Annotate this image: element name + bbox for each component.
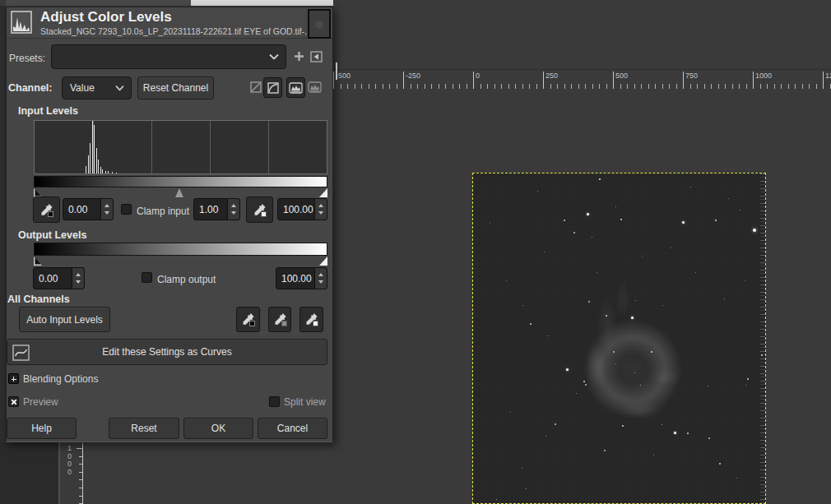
spin-up-icon[interactable] (318, 273, 323, 276)
star (634, 372, 635, 373)
reset-channel-button[interactable]: Reset Channel (137, 76, 214, 99)
input-gamma-spinner[interactable]: 1.00 (193, 198, 240, 220)
spinner-arrows[interactable] (314, 199, 327, 220)
cancel-button[interactable]: Cancel (258, 418, 327, 439)
output-black-value: 0.00 (39, 273, 58, 284)
all-pick-white-button[interactable] (299, 307, 323, 332)
star (496, 499, 497, 500)
spin-down-icon[interactable] (76, 280, 81, 284)
dialog-header-button-glyph (315, 21, 323, 29)
spin-down-icon[interactable] (104, 211, 109, 215)
star (640, 385, 641, 386)
star (526, 488, 527, 489)
input-gradient-bar (34, 176, 327, 187)
input-histogram (34, 120, 327, 174)
input-gamma-value: 1.00 (199, 204, 218, 215)
linear-histogram-icon[interactable] (250, 81, 262, 93)
preview-checkbox[interactable] (8, 396, 19, 407)
star (613, 351, 615, 353)
star (662, 424, 662, 425)
spin-down-icon[interactable] (318, 280, 323, 284)
ruler-position-marker (336, 62, 337, 80)
star (653, 455, 654, 455)
canvas-image[interactable] (472, 173, 766, 504)
star (604, 450, 606, 451)
input-white-point-slider[interactable] (319, 188, 327, 197)
spin-up-icon[interactable] (318, 204, 323, 207)
star (662, 305, 663, 306)
clamp-input-checkbox[interactable] (121, 204, 132, 215)
star (642, 256, 643, 257)
dialog-header[interactable]: Adjust Color Levels Stacked_NGC 7293_10.… (7, 7, 332, 39)
log-histogram-button[interactable] (263, 77, 282, 98)
output-black-spinner[interactable]: 0.00 (33, 267, 85, 289)
background-strip (6, 0, 191, 6)
curves-icon (12, 344, 30, 363)
eyedropper-white-icon (252, 202, 267, 218)
pick-black-point-button[interactable] (33, 197, 60, 223)
star (573, 232, 575, 234)
spinner-arrows[interactable] (100, 199, 113, 220)
ruler-label: 125 (825, 72, 831, 80)
vertical-ruler[interactable]: 1000 (62, 443, 83, 504)
preset-menu-icon[interactable] (310, 51, 323, 62)
spinner-arrows[interactable] (227, 199, 239, 220)
star (736, 478, 737, 479)
dialog-header-button[interactable] (308, 9, 331, 39)
split-view-checkbox[interactable] (269, 396, 280, 407)
all-pick-gray-button[interactable] (268, 307, 291, 332)
all-pick-black-button[interactable] (236, 307, 260, 332)
star (506, 280, 507, 281)
spinner-arrows[interactable] (314, 268, 327, 289)
output-white-spinner[interactable]: 100.00 (276, 267, 327, 289)
spin-down-icon[interactable] (318, 211, 323, 215)
edit-as-curves-button[interactable]: Edit these Settings as Curves (7, 339, 327, 365)
histogram-scale-button[interactable] (286, 77, 305, 98)
star (635, 300, 636, 301)
blending-options-label[interactable]: Blending Options (23, 373, 98, 385)
star (719, 463, 721, 465)
presets-dropdown[interactable] (51, 44, 286, 69)
star (544, 252, 545, 252)
all-channels-header: All Channels (7, 294, 70, 305)
star (564, 220, 565, 221)
spin-up-icon[interactable] (104, 204, 109, 207)
auto-input-levels-button[interactable]: Auto Input Levels (19, 307, 110, 332)
input-white-value: 100.00 (283, 204, 313, 215)
star (510, 412, 511, 413)
input-white-spinner[interactable]: 100.00 (277, 198, 327, 220)
output-levels-header: Output Levels (18, 229, 86, 241)
ok-button[interactable]: OK (183, 418, 253, 439)
horizontal-ruler[interactable]: -500-25002505007501000125 (333, 69, 831, 89)
input-gamma-slider[interactable] (175, 188, 183, 197)
star (708, 386, 708, 386)
star (592, 237, 592, 238)
eyedropper-gray-icon (272, 312, 288, 327)
eyedropper-black-icon (39, 202, 54, 218)
add-preset-icon[interactable] (293, 50, 305, 62)
log-histogram-icon (267, 82, 279, 94)
spin-up-icon[interactable] (231, 204, 236, 207)
star (740, 210, 740, 210)
star (522, 468, 522, 469)
star (745, 385, 746, 386)
left-edge-panel (0, 6, 6, 504)
output-black-slider[interactable] (34, 257, 42, 266)
chevron-down-icon (115, 86, 124, 91)
channel-dropdown[interactable]: Value (62, 76, 132, 99)
pick-white-point-button[interactable] (246, 197, 273, 223)
blending-options-expander-icon[interactable] (8, 373, 19, 384)
split-view-label: Split view (284, 396, 326, 408)
help-button[interactable]: Help (7, 418, 77, 439)
input-levels-header: Input Levels (18, 105, 78, 117)
spin-up-icon[interactable] (76, 273, 81, 276)
spin-down-icon[interactable] (231, 211, 236, 215)
input-black-spinner[interactable]: 0.00 (63, 198, 114, 220)
clamp-output-checkbox[interactable] (142, 272, 152, 283)
reset-button[interactable]: Reset (109, 418, 179, 439)
histogram-picture-icon-flat[interactable] (308, 81, 322, 93)
spinner-arrows[interactable] (72, 268, 84, 289)
star (615, 206, 616, 207)
output-white-slider[interactable] (319, 257, 327, 266)
channel-value: Value (70, 82, 95, 94)
